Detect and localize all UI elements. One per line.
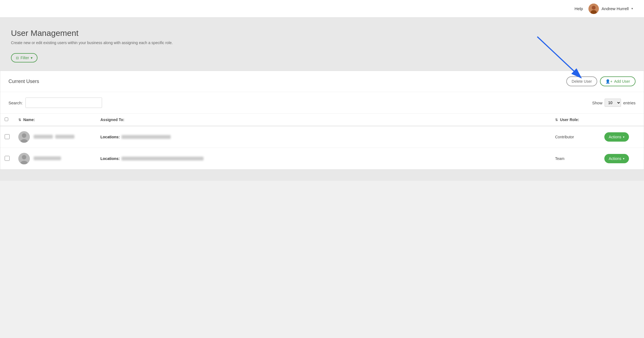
row-name-cell	[14, 126, 96, 148]
user-name-blurred	[34, 135, 74, 139]
user-role: Contributor	[555, 135, 574, 139]
user-name-blurred	[34, 156, 61, 161]
assigned-cell: Locations:	[100, 135, 546, 139]
col-role-label: User Role:	[560, 118, 579, 122]
row-check-cell	[0, 126, 14, 148]
card-action-buttons: Delete User 👤+ Add User	[566, 76, 636, 86]
row-name-cell	[14, 148, 96, 170]
col-header-name[interactable]: ⇅ Name:	[14, 114, 96, 126]
row-actions-cell: Actions ▾	[600, 126, 644, 148]
entries-label: entries	[623, 101, 636, 105]
col-name-label: Name:	[23, 118, 35, 122]
page-subtitle: Create new or edit existing users within…	[11, 41, 633, 45]
filter-label: Filter	[21, 56, 29, 60]
row-role-cell: Team	[551, 148, 600, 170]
sort-role-icon: ⇅	[555, 118, 558, 122]
search-input[interactable]	[25, 98, 102, 108]
actions-button[interactable]: Actions ▾	[604, 132, 629, 142]
card-title: Current Users	[8, 79, 39, 84]
table-row: Locations: Contributor Actions ▾	[0, 126, 644, 148]
filter-icon: ⊟	[16, 56, 19, 60]
search-row: Search: Show 10 25 50 entries	[0, 92, 644, 114]
table-row: Locations: Team Actions ▾	[0, 148, 644, 170]
svg-point-9	[22, 155, 26, 159]
actions-button[interactable]: Actions ▾	[604, 154, 629, 163]
select-all-checkbox[interactable]	[5, 118, 8, 121]
row-checkbox[interactable]	[5, 156, 10, 161]
content-card: Current Users Delete User 👤+ Add User Se…	[0, 71, 644, 170]
assigned-label: Locations:	[100, 156, 120, 161]
table-header-row: ⇅ Name: Assigned To: ⇅ User Role:	[0, 114, 644, 126]
help-link[interactable]: Help	[575, 6, 583, 11]
row-role-cell: Contributor	[551, 126, 600, 148]
user-avatar	[18, 153, 30, 164]
chevron-down-icon: ▾	[631, 7, 633, 10]
row-assigned-cell: Locations:	[96, 148, 551, 170]
filter-button[interactable]: ⊟ Filter ▾	[11, 53, 37, 62]
col-header-role[interactable]: ⇅ User Role:	[551, 114, 600, 126]
search-label: Search:	[8, 101, 23, 105]
user-avatar	[18, 131, 30, 143]
add-user-icon: 👤+	[605, 79, 612, 84]
users-table: ⇅ Name: Assigned To: ⇅ User Role:	[0, 114, 644, 170]
col-header-assigned: Assigned To:	[96, 114, 551, 126]
row-actions-cell: Actions ▾	[600, 148, 644, 170]
sort-name-icon: ⇅	[18, 118, 21, 122]
svg-point-6	[22, 133, 26, 138]
page-header: User Management Create new or edit exist…	[0, 18, 644, 71]
user-cell	[18, 153, 92, 164]
nav-right-section: Help Andrew Hurrell ▾	[575, 4, 633, 14]
svg-point-1	[592, 6, 596, 10]
row-assigned-cell: Locations:	[96, 126, 551, 148]
row-check-cell	[0, 148, 14, 170]
avatar	[588, 4, 599, 14]
col-header-actions	[600, 114, 644, 126]
actions-label: Actions	[609, 156, 621, 161]
actions-caret-icon: ▾	[623, 135, 625, 139]
actions-caret-icon: ▾	[623, 157, 625, 161]
add-user-label: Add User	[614, 79, 630, 84]
add-user-button[interactable]: 👤+ Add User	[600, 76, 636, 86]
card-header: Current Users Delete User 👤+ Add User	[0, 71, 644, 92]
delete-user-button[interactable]: Delete User	[566, 76, 597, 86]
col-assigned-label: Assigned To:	[100, 118, 124, 122]
entries-select[interactable]: 10 25 50	[605, 99, 621, 107]
assigned-label: Locations:	[100, 135, 120, 139]
filter-chevron-icon: ▾	[31, 56, 33, 60]
actions-label: Actions	[609, 135, 621, 139]
user-profile-menu[interactable]: Andrew Hurrell ▾	[588, 4, 633, 14]
top-navigation: Help Andrew Hurrell ▾	[0, 0, 644, 18]
search-left: Search:	[8, 98, 102, 108]
user-role: Team	[555, 156, 564, 161]
col-header-check	[0, 114, 14, 126]
user-cell	[18, 131, 92, 143]
user-name-label: Andrew Hurrell	[602, 6, 629, 11]
show-entries-control: Show 10 25 50 entries	[592, 99, 636, 107]
main-content: Current Users Delete User 👤+ Add User Se…	[0, 71, 644, 181]
row-checkbox[interactable]	[5, 134, 10, 139]
show-label: Show	[592, 101, 602, 105]
page-title: User Management	[11, 28, 633, 38]
assigned-cell: Locations:	[100, 156, 546, 161]
